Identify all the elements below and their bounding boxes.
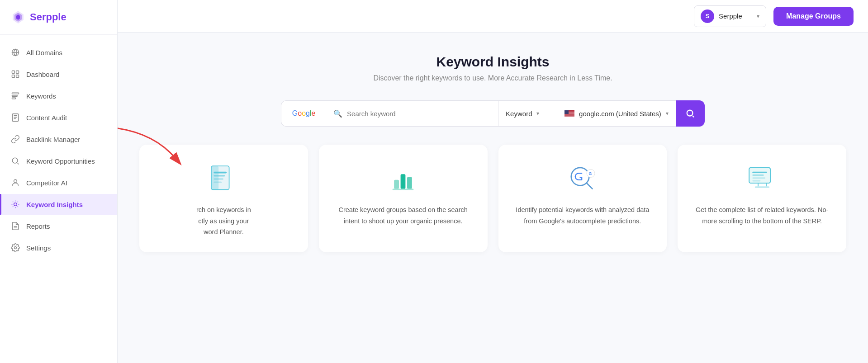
svg-rect-26 <box>564 114 574 115</box>
svg-point-13 <box>14 179 17 183</box>
content-audit-icon <box>11 113 20 122</box>
google-logo: Google <box>281 100 326 127</box>
hero-section: Keyword Insights Discover the right keyw… <box>118 33 868 97</box>
sidebar-label-backlink-manager: Backlink Manager <box>26 136 80 143</box>
keywords-icon <box>11 91 20 100</box>
svg-rect-40 <box>394 180 399 189</box>
search-input-icon: 🔍 <box>333 109 342 118</box>
main-area: S Serpple ▾ Manage Groups Keyword Insigh… <box>118 0 868 363</box>
svg-rect-5 <box>16 71 19 74</box>
svg-rect-36 <box>214 172 227 174</box>
chevron-down-icon: ▾ <box>757 13 759 19</box>
svg-rect-43 <box>393 189 414 190</box>
competitor-icon <box>11 178 20 187</box>
svg-rect-7 <box>16 75 19 78</box>
workspace-name: Serpple <box>719 12 752 20</box>
svg-rect-28 <box>564 115 574 116</box>
search-button[interactable] <box>676 100 705 127</box>
svg-rect-9 <box>12 95 18 97</box>
svg-rect-6 <box>12 75 15 78</box>
feature-card-2: Create keyword groups based on the searc… <box>319 145 488 252</box>
workspace-selector[interactable]: S Serpple ▾ <box>694 5 766 27</box>
workspace-avatar: S <box>701 9 714 23</box>
page-title: Keyword Insights <box>132 54 854 70</box>
search-input-wrapper: 🔍 <box>326 100 498 127</box>
keyword-dropdown-chevron: ▾ <box>536 110 539 117</box>
sidebar: Serpple All Domains Dashboard Keywords <box>0 0 118 363</box>
sidebar-logo: Serpple <box>0 0 117 35</box>
feature-card-1: rch on keywords inctly as using yourword… <box>139 145 308 252</box>
svg-rect-41 <box>401 174 406 189</box>
svg-rect-11 <box>12 114 18 122</box>
feature-card-3: G Identify potential keywords with analy… <box>498 145 667 252</box>
sidebar-item-reports[interactable]: Reports <box>0 216 117 236</box>
svg-rect-39 <box>214 181 222 183</box>
sidebar-label-all-domains: All Domains <box>26 49 62 57</box>
sidebar-item-dashboard[interactable]: Dashboard <box>0 64 117 85</box>
sidebar-item-content-audit[interactable]: Content Audit <box>0 107 117 128</box>
sidebar-item-keyword-insights[interactable]: Keyword Insights <box>0 194 117 215</box>
sidebar-item-backlink-manager[interactable]: Backlink Manager <box>0 129 117 150</box>
search-section: Google 🔍 Keyword ▾ <box>118 97 868 145</box>
svg-point-17 <box>14 247 17 249</box>
sidebar-navigation: All Domains Dashboard Keywords Content A… <box>0 35 117 265</box>
svg-point-12 <box>12 158 18 163</box>
svg-point-32 <box>687 110 693 116</box>
feature-2-text: Create keyword groups based on the searc… <box>330 204 477 226</box>
feature-3-icon: G <box>564 161 601 197</box>
svg-rect-52 <box>752 177 765 179</box>
content-area: Keyword Insights Discover the right keyw… <box>118 33 868 363</box>
keyword-type-label: Keyword <box>506 110 532 118</box>
sidebar-label-reports: Reports <box>26 222 50 230</box>
svg-rect-50 <box>752 172 767 173</box>
features-grid: rch on keywords inctly as using yourword… <box>118 145 868 274</box>
svg-rect-51 <box>752 174 764 176</box>
feature-2-icon <box>385 161 421 197</box>
feature-4-icon <box>744 161 780 197</box>
search-input[interactable] <box>347 110 491 118</box>
svg-rect-25 <box>564 114 574 114</box>
manage-groups-button[interactable]: Manage Groups <box>773 7 854 26</box>
reports-icon <box>11 222 20 231</box>
opportunities-icon <box>11 156 20 165</box>
feature-4-text: Get the complete list of related keyword… <box>688 204 835 226</box>
svg-rect-4 <box>12 71 15 74</box>
sidebar-item-keywords[interactable]: Keywords <box>0 85 117 106</box>
sidebar-label-settings: Settings <box>26 244 51 252</box>
sidebar-item-keyword-opportunities[interactable]: Keyword Opportunities <box>0 151 117 171</box>
sidebar-label-keyword-opportunities: Keyword Opportunities <box>26 157 95 165</box>
search-button-icon <box>685 108 695 118</box>
svg-point-14 <box>14 203 17 206</box>
feature-card-4: Get the complete list of related keyword… <box>678 145 846 252</box>
svg-rect-29 <box>564 116 574 116</box>
keyword-type-dropdown[interactable]: Keyword ▾ <box>498 100 557 127</box>
topbar: S Serpple ▾ Manage Groups <box>118 0 868 33</box>
feature-1-text: rch on keywords inctly as using yourword… <box>196 204 251 238</box>
serpple-logo-icon <box>11 10 25 24</box>
sidebar-label-keywords: Keywords <box>26 92 56 100</box>
svg-rect-38 <box>214 178 224 180</box>
svg-rect-10 <box>12 98 16 99</box>
us-flag-icon <box>564 110 574 117</box>
backlink-icon <box>11 135 20 144</box>
dashboard-icon <box>11 70 20 79</box>
feature-1-icon <box>205 161 242 197</box>
region-chevron: ▾ <box>666 110 669 117</box>
sidebar-item-all-domains[interactable]: All Domains <box>0 42 117 63</box>
svg-rect-37 <box>214 175 225 177</box>
sidebar-label-competitor-ai: Competitor AI <box>26 179 67 187</box>
region-label: google.com (United States) <box>579 110 661 118</box>
region-dropdown[interactable]: google.com (United States) ▾ <box>557 100 676 127</box>
svg-rect-35 <box>211 166 218 189</box>
svg-rect-30 <box>564 116 574 117</box>
page-subtitle: Discover the right keywords to use. More… <box>132 74 854 82</box>
sidebar-item-competitor-ai[interactable]: Competitor AI <box>0 172 117 193</box>
svg-rect-42 <box>407 177 412 189</box>
insights-icon <box>11 200 20 209</box>
svg-rect-31 <box>564 110 569 114</box>
svg-rect-8 <box>12 93 19 94</box>
globe-icon <box>11 48 20 57</box>
sidebar-item-settings[interactable]: Settings <box>0 237 117 258</box>
svg-rect-27 <box>564 115 574 115</box>
svg-text:G: G <box>588 171 592 176</box>
